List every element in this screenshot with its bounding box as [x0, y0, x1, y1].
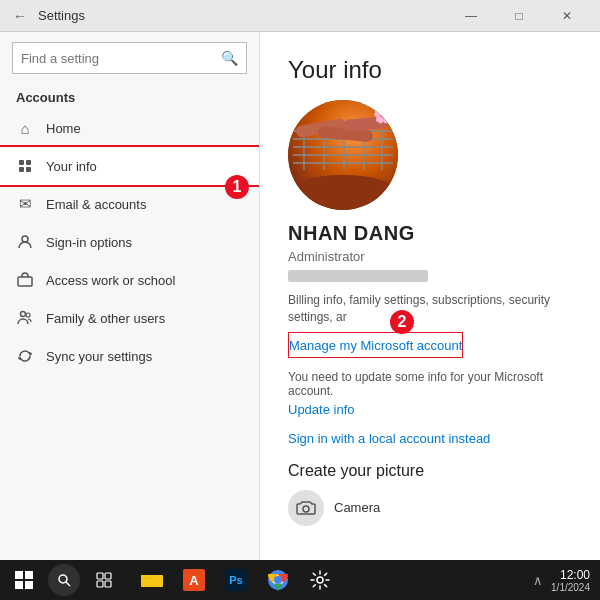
sync-icon	[16, 347, 34, 365]
sidebar-item-sign-in[interactable]: Sign-in options	[0, 223, 259, 261]
sign-in-icon	[16, 233, 34, 251]
sidebar-section-title: Accounts	[0, 84, 259, 109]
taskbar-tray: ∧	[533, 573, 543, 588]
svg-rect-11	[15, 581, 23, 589]
user-role: Administrator	[288, 249, 572, 264]
svg-rect-17	[97, 581, 103, 587]
start-button[interactable]	[4, 560, 44, 600]
your-info-icon	[16, 157, 34, 175]
taskbar-chrome[interactable]	[258, 560, 298, 600]
close-button[interactable]: ✕	[544, 0, 590, 32]
work-icon	[16, 271, 34, 289]
create-picture-title: Create your picture	[288, 462, 572, 480]
svg-point-24	[274, 576, 282, 584]
sidebar-item-access-work[interactable]: Access work or school	[0, 261, 259, 299]
svg-rect-3	[26, 167, 31, 172]
sidebar-item-home-label: Home	[46, 121, 81, 136]
camera-row: Camera	[288, 490, 572, 526]
update-prompt: You need to update some info for your Mi…	[288, 370, 572, 398]
manage-account-box: Manage my Microsoft account	[288, 332, 463, 358]
camera-icon	[288, 490, 324, 526]
search-icon: 🔍	[221, 50, 238, 66]
sidebar-item-family[interactable]: Family & other users	[0, 299, 259, 337]
svg-line-14	[66, 582, 70, 586]
sidebar-item-sign-in-label: Sign-in options	[46, 235, 132, 250]
svg-rect-1	[26, 160, 31, 165]
taskbar-apps: A Ps	[132, 560, 340, 600]
annotation-badge-1: 1	[225, 175, 249, 199]
svg-point-4	[22, 236, 28, 242]
taskbar-app-a[interactable]: A	[174, 560, 214, 600]
taskbar-file-explorer[interactable]	[132, 560, 172, 600]
svg-rect-0	[19, 160, 24, 165]
sidebar-item-your-info[interactable]: Your info	[0, 147, 259, 185]
svg-rect-16	[105, 573, 111, 579]
svg-rect-9	[15, 571, 23, 579]
svg-point-25	[317, 577, 323, 583]
main-content: 🔍 Accounts ⌂ Home Your info	[0, 32, 600, 560]
taskbar-right: ∧ 12:00 1/1/2024	[533, 568, 596, 593]
svg-rect-12	[25, 581, 33, 589]
taskbar-settings[interactable]	[300, 560, 340, 600]
taskbar-clock: 12:00 1/1/2024	[551, 568, 596, 593]
sidebar: 🔍 Accounts ⌂ Home Your info	[0, 32, 260, 560]
svg-rect-10	[25, 571, 33, 579]
window-controls: — □ ✕	[448, 0, 590, 32]
svg-rect-2	[19, 167, 24, 172]
taskbar-search-button[interactable]	[48, 564, 80, 596]
svg-point-7	[26, 313, 30, 317]
svg-rect-5	[18, 277, 32, 286]
right-panel: Your info	[260, 32, 600, 560]
local-account-link[interactable]: Sign in with a local account instead	[288, 431, 572, 446]
manage-account-link[interactable]: Manage my Microsoft account	[289, 338, 462, 353]
sidebar-item-family-label: Family & other users	[46, 311, 165, 326]
taskbar: A Ps	[0, 560, 600, 600]
svg-point-8	[303, 506, 309, 512]
svg-point-6	[21, 312, 26, 317]
search-input[interactable]	[21, 51, 221, 66]
svg-point-13	[59, 575, 67, 583]
svg-rect-21	[141, 575, 149, 578]
window-title: Settings	[38, 8, 85, 23]
family-icon	[16, 309, 34, 327]
search-box[interactable]: 🔍	[12, 42, 247, 74]
svg-rect-18	[105, 581, 111, 587]
sidebar-item-email-accounts[interactable]: ✉ Email & accounts	[0, 185, 259, 223]
email-icon: ✉	[16, 195, 34, 213]
sidebar-item-home[interactable]: ⌂ Home	[0, 109, 259, 147]
sidebar-item-work-label: Access work or school	[46, 273, 175, 288]
page-title: Your info	[288, 56, 572, 84]
maximize-button[interactable]: □	[496, 0, 542, 32]
avatar: 🌸	[288, 100, 398, 210]
svg-rect-15	[97, 573, 103, 579]
back-button[interactable]: ←	[10, 6, 30, 26]
taskbar-app-ps[interactable]: Ps	[216, 560, 256, 600]
sidebar-item-sync[interactable]: Sync your settings	[0, 337, 259, 375]
sidebar-item-your-info-label: Your info	[46, 159, 97, 174]
annotation-badge-2: 2	[390, 310, 414, 334]
update-info-link[interactable]: Update info	[288, 402, 572, 417]
user-email	[288, 270, 428, 282]
user-name: NHAN DANG	[288, 222, 572, 245]
minimize-button[interactable]: —	[448, 0, 494, 32]
title-bar: ← Settings — □ ✕	[0, 0, 600, 32]
sidebar-item-email-label: Email & accounts	[46, 197, 146, 212]
sidebar-item-sync-label: Sync your settings	[46, 349, 152, 364]
home-icon: ⌂	[16, 119, 34, 137]
task-view-button[interactable]	[84, 560, 124, 600]
camera-label: Camera	[334, 500, 380, 515]
billing-info-text: Billing info, family settings, subscript…	[288, 292, 572, 326]
